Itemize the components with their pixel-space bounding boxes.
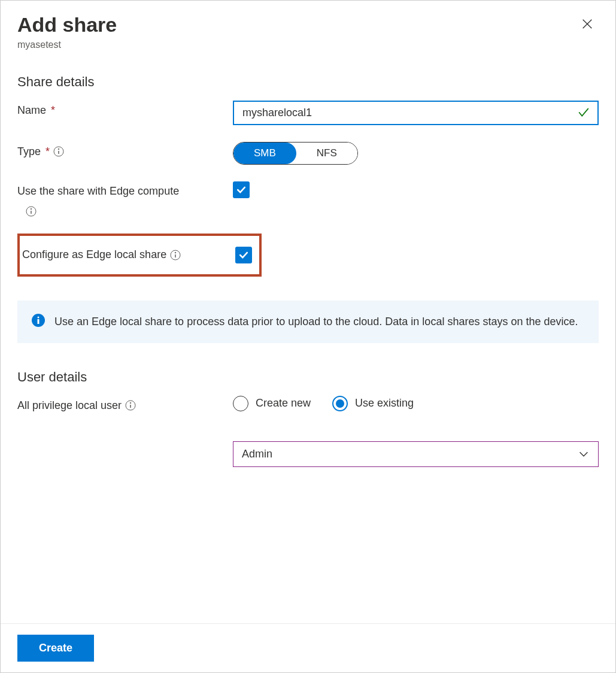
privilege-label-text: All privilege local user xyxy=(17,399,122,412)
use-existing-radio-option[interactable]: Use existing xyxy=(332,396,414,411)
edge-compute-label: Use the share with Edge compute xyxy=(17,181,233,217)
panel-header: Add share myasetest xyxy=(17,13,599,50)
page-subtitle: myasetest xyxy=(17,40,117,50)
user-select[interactable]: Admin xyxy=(233,441,599,467)
type-row: Type * SMB NFS xyxy=(17,142,599,165)
svg-point-10 xyxy=(175,252,176,253)
page-title: Add share xyxy=(17,13,117,37)
info-banner-text: Use an Edge local share to process data … xyxy=(54,314,578,330)
use-existing-label: Use existing xyxy=(355,397,414,410)
type-label: Type * xyxy=(17,142,233,158)
type-toggle: SMB NFS xyxy=(233,142,358,165)
required-indicator: * xyxy=(51,104,55,117)
type-nfs-option[interactable]: NFS xyxy=(296,143,357,164)
checkmark-icon xyxy=(238,249,250,261)
svg-point-16 xyxy=(130,402,131,404)
create-new-label: Create new xyxy=(256,397,311,410)
info-banner: Use an Edge local share to process data … xyxy=(17,301,599,343)
create-button[interactable]: Create xyxy=(17,635,94,662)
checkmark-icon xyxy=(577,106,590,119)
svg-point-7 xyxy=(31,208,32,210)
checkmark-icon xyxy=(235,184,247,196)
close-button[interactable] xyxy=(576,13,599,35)
svg-point-4 xyxy=(58,148,59,150)
edge-local-row: Configure as Edge local share xyxy=(17,234,262,277)
info-icon xyxy=(32,314,45,327)
info-icon[interactable] xyxy=(125,400,136,411)
create-new-radio-option[interactable]: Create new xyxy=(233,396,311,411)
user-radio-group: Create new Use existing xyxy=(233,396,599,411)
privilege-label: All privilege local user xyxy=(17,396,233,412)
create-new-radio xyxy=(233,396,248,411)
close-icon xyxy=(581,17,594,31)
edge-compute-label-text: Use the share with Edge compute xyxy=(17,185,179,198)
radio-dot xyxy=(336,399,344,408)
info-icon[interactable] xyxy=(170,250,181,260)
edge-local-checkbox[interactable] xyxy=(235,247,252,263)
privilege-user-row: All privilege local user Create new xyxy=(17,396,599,467)
edge-compute-checkbox[interactable] xyxy=(233,181,250,198)
type-smb-option[interactable]: SMB xyxy=(233,143,296,164)
use-existing-radio xyxy=(332,396,348,411)
type-label-text: Type xyxy=(17,145,41,158)
share-details-title: Share details xyxy=(17,74,599,90)
required-indicator: * xyxy=(45,145,50,158)
name-row: Name * xyxy=(17,101,599,125)
panel-footer: Create xyxy=(1,623,615,672)
edge-local-label: Configure as Edge local share xyxy=(20,248,235,261)
user-details-title: User details xyxy=(17,369,599,385)
info-icon[interactable] xyxy=(26,206,37,217)
name-input[interactable] xyxy=(233,101,599,125)
info-icon[interactable] xyxy=(53,146,64,157)
name-label: Name * xyxy=(17,101,233,117)
svg-point-12 xyxy=(38,316,40,318)
svg-rect-13 xyxy=(38,319,40,324)
edge-compute-row: Use the share with Edge compute xyxy=(17,181,599,217)
edge-local-label-text: Configure as Edge local share xyxy=(22,248,166,261)
name-label-text: Name xyxy=(17,104,46,117)
